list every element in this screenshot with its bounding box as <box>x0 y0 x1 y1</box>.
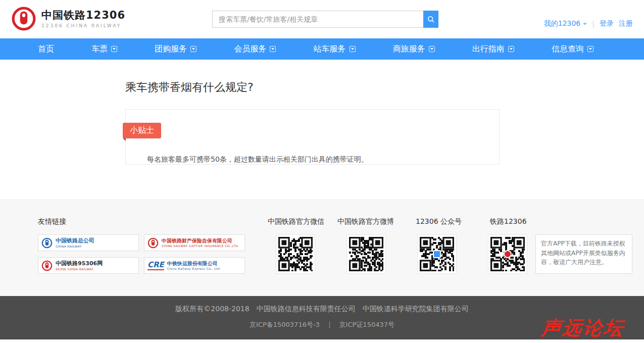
qr-center-logo-red <box>504 250 512 258</box>
qr-center-logo-blue <box>433 250 441 258</box>
main-content: 乘车携带香烟有什么规定? 小贴士 每名旅客最多可携带50条，超过数量请出示相关部… <box>0 60 644 200</box>
header: 中国铁路12306 12306 CHINA RAILWAY 我的12306 | … <box>0 0 644 38</box>
login-link[interactable]: 登录 <box>600 19 614 28</box>
logo-subtitle: 12306 CHINA RAILWAY <box>41 23 125 28</box>
logo-title: 中国铁路12306 <box>41 9 125 22</box>
nav-item-label: 商旅服务 <box>393 44 425 55</box>
qr-code-weibo <box>346 234 386 274</box>
link-cre[interactable]: CRE 中铁快运股份有限公司 China Railway Express Co.… <box>144 257 245 274</box>
qr-image <box>349 237 383 271</box>
qr-code-app <box>488 234 527 274</box>
link-subtitle: 95306 CHINA RAILWAY <box>56 267 103 271</box>
main-nav: 首页 车票 团购服务 会员服务 站车服务 商旅服务 出行指南 信息查询 <box>0 38 644 60</box>
nav-item-group-services[interactable]: 团购服务 <box>155 44 196 55</box>
chevron-down-icon <box>583 23 587 25</box>
nav-item-home[interactable]: 首页 <box>38 44 54 55</box>
my-12306-label: 我的12306 <box>544 19 581 28</box>
qr-label-weibo: 中国铁路官方微博 <box>337 217 394 226</box>
link-subtitle: CHINA RAILWAY <box>56 244 94 248</box>
cre-logo: CRE <box>147 261 164 270</box>
qr-code-wechat <box>276 234 315 274</box>
nav-item-label: 站车服务 <box>314 44 346 55</box>
nav-item-label: 车票 <box>91 44 108 55</box>
search-bar <box>212 11 438 28</box>
friend-links-title: 友情链接 <box>38 217 66 226</box>
nav-item-info-query[interactable]: 信息查询 <box>552 44 593 55</box>
register-link[interactable]: 注册 <box>619 19 633 28</box>
nav-item-label: 首页 <box>38 44 54 55</box>
forum-watermark: 声远论坛 <box>540 315 625 341</box>
my-12306-link[interactable]: 我的12306 <box>544 19 587 28</box>
qr-image <box>278 237 313 271</box>
nav-item-station-services[interactable]: 站车服务 <box>314 44 356 55</box>
divider: | <box>592 20 595 28</box>
railway-logo-icon <box>41 237 53 249</box>
search-button[interactable] <box>423 11 438 28</box>
nav-item-label: 团购服务 <box>155 44 187 55</box>
qr-code-official-account <box>417 234 457 274</box>
railway-logo-icon <box>41 260 53 271</box>
link-title: 中铁快运股份有限公司 <box>167 261 220 267</box>
search-input[interactable] <box>212 11 423 28</box>
nav-item-member-services[interactable]: 会员服务 <box>234 44 276 55</box>
qr-label-wechat: 中国铁路官方微信 <box>268 217 324 226</box>
site-logo[interactable]: 中国铁路12306 12306 CHINA RAILWAY <box>11 6 125 31</box>
tip-text: 每名旅客最多可携带50条，超过数量请出示相关部门出具的携带证明。 <box>147 155 368 164</box>
nav-item-business-services[interactable]: 商旅服务 <box>393 44 435 55</box>
chevron-down-icon <box>350 46 356 52</box>
qr-label-app: 铁路12306 <box>490 217 527 226</box>
search-icon <box>427 15 435 23</box>
copyright-line: 版权所有©2008-2018 中国铁路信息科技有限责任公司 中国铁道科学研究院集… <box>0 296 644 314</box>
chevron-down-icon <box>429 46 435 52</box>
chevron-down-icon <box>190 46 196 52</box>
page: 中国铁路12306 12306 CHINA RAILWAY 我的12306 | … <box>0 0 644 343</box>
nav-item-travel-guide[interactable]: 出行指南 <box>472 44 514 55</box>
chevron-down-icon <box>111 46 117 52</box>
chevron-down-icon <box>508 46 514 52</box>
nav-item-tickets[interactable]: 车票 <box>91 44 117 55</box>
nav-item-label: 出行指南 <box>472 44 505 55</box>
link-captive-insurance[interactable]: 中国铁路财产保险自保有限公司 CHINA RAILWAY CAPTIVE INS… <box>144 234 245 251</box>
chevron-down-icon <box>270 46 276 52</box>
railway-logo-icon <box>11 6 36 31</box>
user-links: 我的12306 | 登录 注册 <box>544 19 633 28</box>
friend-links-grid: 中国铁路总公司 CHINA RAILWAY 中国铁路财产保险自保有限公司 CHI… <box>38 234 245 274</box>
link-title: 中国铁路95306网 <box>56 260 103 267</box>
link-95306[interactable]: 中国铁路95306网 95306 CHINA RAILWAY <box>38 257 139 274</box>
tip-box: 小贴士 每名旅客最多可携带50条，超过数量请出示相关部门出具的携带证明。 <box>125 109 500 165</box>
link-china-railway-corp[interactable]: 中国铁路总公司 CHINA RAILWAY <box>38 234 139 251</box>
link-title: 中国铁路财产保险自保有限公司 <box>162 238 238 244</box>
chevron-down-icon <box>587 46 593 52</box>
logo-text: 中国铁路12306 12306 CHINA RAILWAY <box>41 9 125 28</box>
app-download-notice: 官方APP下载，目前铁路未授权其他网站或APP开展类似服务内容，敬请广大用户注意… <box>535 234 632 274</box>
railway-logo-icon <box>147 237 159 249</box>
nav-item-label: 信息查询 <box>552 44 584 55</box>
page-title: 乘车携带香烟有什么规定? <box>125 80 644 95</box>
tip-tag: 小贴士 <box>123 123 161 138</box>
link-subtitle: CHINA RAILWAY CAPTIVE INSURANCE CO.,LTD <box>162 244 238 248</box>
qr-label-account: 12306 公众号 <box>416 217 462 226</box>
nav-item-label: 会员服务 <box>234 44 266 55</box>
link-title: 中国铁路总公司 <box>56 237 94 244</box>
footer-links-section: 友情链接 中国铁路总公司 CHINA RAILWAY <box>0 200 644 296</box>
link-subtitle: China Railway Express Co., Ltd <box>167 267 220 270</box>
